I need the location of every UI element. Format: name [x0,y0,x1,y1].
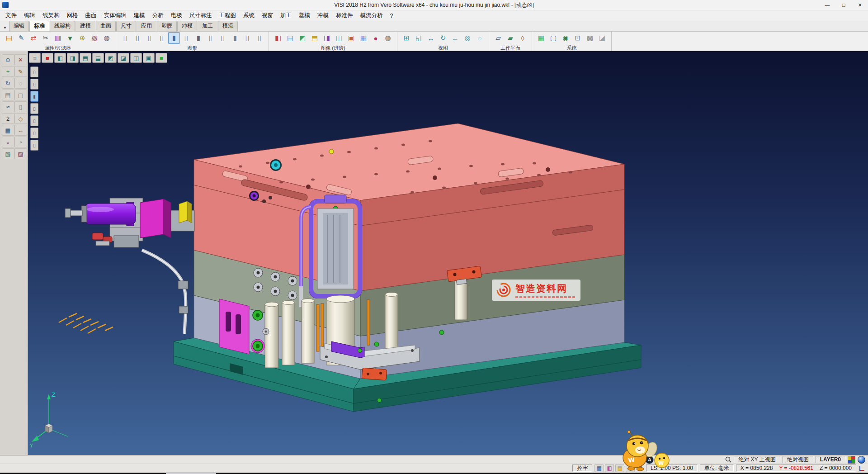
toolbar-icon[interactable]: ◱ [413,32,425,44]
axis-toggle-icon[interactable] [859,465,865,471]
toolbar-icon[interactable]: ▯ [132,32,143,44]
ribbon-tab[interactable]: 编辑 [9,21,29,31]
toolbar-icon[interactable]: ▮ [229,32,241,44]
left-tool-icon[interactable]: ▯ [14,101,27,112]
toolbar-icon[interactable]: ▦ [535,32,547,44]
menu-item[interactable]: 实体编辑 [100,11,130,20]
ribbon-tab[interactable]: 标准 [29,21,49,31]
left-tool-icon[interactable]: ≈ [2,101,14,112]
toolbar-icon[interactable]: ◪ [596,32,608,44]
left-tool-icon[interactable]: ◇ [14,113,27,124]
menu-item[interactable]: 尺寸标注 [186,11,216,20]
toolbar-icon[interactable]: ◌ [474,32,486,44]
layer-colors-icon[interactable] [848,456,855,464]
left-tool-icon[interactable]: ▢ [14,90,27,100]
snap-lock-field[interactable]: 拴牢 [572,465,592,472]
toolbar-icon[interactable]: ▱ [492,32,504,44]
toolbar-icon[interactable]: ⊞ [401,32,412,44]
toolbar-icon[interactable]: ⇄ [28,32,39,44]
ribbon-tab[interactable]: 冲模 [177,21,197,31]
search-icon[interactable] [725,456,731,463]
left-tool-icon[interactable]: ▦ [2,125,14,136]
left-tool-icon[interactable]: ⊙ [2,54,14,65]
menu-item[interactable]: 分析 [149,11,167,20]
toolbar-icon[interactable]: ◍ [382,32,394,44]
left-tool-icon[interactable]: ✎ [14,66,27,77]
toolbar-icon[interactable]: ▤ [3,32,15,44]
section-button[interactable]: ▯ [30,66,38,77]
left-tool-icon[interactable]: ▤ [2,90,14,100]
left-tool-icon[interactable]: ← [14,125,27,136]
left-tool-icon[interactable]: ▨ [14,148,27,159]
toolbar-icon[interactable]: ◊ [517,32,528,44]
menu-item[interactable]: 编辑 [20,11,39,20]
toolbar-icon[interactable]: ▯ [156,32,168,44]
toolbar-icon[interactable]: ◉ [560,32,571,44]
ribbon-tab[interactable]: 建模 [75,21,95,31]
menu-item[interactable]: 工程图 [216,11,240,20]
ribbon-tab[interactable]: 模流 [218,21,238,31]
units-field[interactable]: 单位: 毫米 [700,465,734,472]
view-orientation-icon[interactable]: ≡ [29,53,41,63]
menu-item[interactable]: 建模 [130,11,149,20]
toolbar-icon[interactable]: ◨ [321,32,333,44]
mascot-character[interactable]: W W [611,431,679,474]
ribbon-tab[interactable]: 加工 [198,21,217,31]
view-orientation-icon[interactable]: ◫ [130,53,142,63]
toolbar-icon[interactable]: ◩ [297,32,308,44]
view-orientation-icon[interactable]: ◧ [54,53,66,63]
left-tool-icon[interactable]: ◔ [14,137,27,147]
view-mode-field[interactable]: 绝对视图 [783,456,813,463]
ribbon-tab[interactable]: 应用 [137,21,156,31]
toolbar-icon[interactable]: ● [370,32,382,44]
menu-item[interactable]: ? [387,12,397,20]
view-orientation-icon[interactable]: ▣ [143,53,155,63]
minimize-button[interactable]: — [819,0,835,10]
toolbar-icon[interactable]: ◎ [462,32,473,44]
view-orientation-icon[interactable]: ◩ [105,53,117,63]
ribbon-tab[interactable]: 尺寸 [116,21,136,31]
menu-item[interactable]: 文件 [2,11,20,20]
toolbar-icon[interactable]: ▮ [193,32,204,44]
toolbar-icon[interactable]: ▥ [52,32,64,44]
toolbar-icon[interactable]: ▯ [205,32,217,44]
view-orientation-icon[interactable]: ■ [156,53,167,63]
toolbar-icon[interactable]: ▰ [505,32,516,44]
tab-dropdown-icon[interactable]: ▼ [1,24,9,31]
toolbar-icon[interactable]: ← [449,32,461,44]
toolbar-icon[interactable]: ▮ [168,32,180,44]
toolbar-icon[interactable]: ▼ [64,32,76,44]
view-orientation-icon[interactable]: ◪ [118,53,129,63]
render-sphere-icon[interactable] [858,456,865,464]
menu-item[interactable]: 冲模 [314,11,332,20]
toolbar-icon[interactable]: ▤ [284,32,296,44]
statusbar-icon[interactable]: ▦ [594,464,604,472]
toolbar-icon[interactable]: ▯ [217,32,229,44]
menu-item[interactable]: 标准件 [332,11,357,20]
view-orientation-icon[interactable]: ⬓ [92,53,104,63]
toolbar-icon[interactable]: ◧ [272,32,284,44]
section-button[interactable]: ▯ [30,115,38,126]
toolbar-icon[interactable]: ▯ [241,32,253,44]
ribbon-tab[interactable]: 塑膜 [157,21,177,31]
left-tool-icon[interactable]: 2 [2,113,14,124]
toolbar-icon[interactable]: ⊡ [572,32,584,44]
toolbar-icon[interactable]: ⬒ [309,32,321,44]
toolbar-icon[interactable]: ↻ [437,32,449,44]
menu-item[interactable]: 系统 [240,11,258,20]
toolbar-icon[interactable]: ▯ [144,32,156,44]
toolbar-icon[interactable]: ▦ [358,32,369,44]
menu-item[interactable]: 塑模 [295,11,314,20]
left-tool-icon[interactable]: ✕ [14,54,27,65]
toolbar-icon[interactable]: ✎ [15,32,27,44]
view-orientation-icon[interactable]: ■ [42,53,53,63]
menu-item[interactable]: 线架构 [39,11,63,20]
left-tool-icon[interactable]: ▧ [2,148,14,159]
toolbar-icon[interactable]: ▯ [254,32,265,44]
toolbar-icon[interactable]: ▧ [89,32,100,44]
left-tool-icon[interactable]: ◌ [14,78,27,89]
menu-item[interactable]: 视窗 [258,11,277,20]
section-button[interactable]: ▯ [30,103,38,114]
toolbar-icon[interactable]: ✂ [40,32,52,44]
menu-item[interactable]: 加工 [277,11,295,20]
